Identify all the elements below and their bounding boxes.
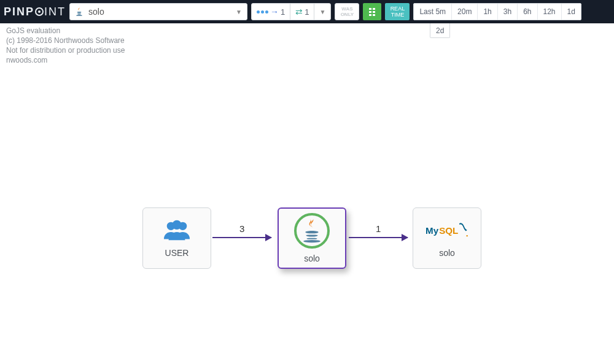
- realtime-line1: REAL: [391, 6, 405, 12]
- was-only-line1: WAS: [341, 6, 352, 12]
- time-range-20m[interactable]: 20m: [451, 4, 477, 20]
- svg-point-3: [172, 220, 181, 230]
- was-only-line2: ONLY: [341, 12, 354, 17]
- time-range-1h[interactable]: 1h: [477, 4, 497, 20]
- time-range-6h[interactable]: 6h: [517, 4, 537, 20]
- chevron-down-icon: ▼: [236, 9, 242, 15]
- logo-text-2: INT: [44, 6, 66, 18]
- grid-icon: [369, 8, 375, 16]
- edge-user-to-app-count: 3: [239, 223, 244, 234]
- application-selector-value: solo: [88, 7, 231, 17]
- svg-point-7: [467, 235, 468, 236]
- node-app-solo-label: solo: [304, 254, 320, 263]
- logo-o-icon: [35, 7, 44, 16]
- time-range-1d[interactable]: 1d: [561, 4, 581, 20]
- mysql-icon: My SQL: [426, 219, 468, 243]
- svg-point-4: [303, 240, 321, 242]
- time-range-3h[interactable]: 3h: [497, 4, 517, 20]
- edge-app-to-db[interactable]: 1: [349, 237, 408, 238]
- node-user[interactable]: USER: [142, 207, 211, 269]
- time-range-2d[interactable]: 2d: [430, 23, 449, 37]
- filter-dropdown[interactable]: ▼: [314, 4, 330, 20]
- edge-user-to-app[interactable]: 3: [212, 237, 271, 238]
- top-bar: PINPINT solo ▼ → 1 ⇄ 1 ▼ WAS ONLY REAL T…: [0, 0, 614, 23]
- arrow-right-icon: →: [270, 7, 279, 17]
- filter-group: → 1 ⇄ 1 ▼: [251, 3, 331, 20]
- java-icon: [75, 7, 84, 16]
- grid-view-button[interactable]: [363, 3, 381, 20]
- time-range-group: Last 5m 20m 1h 3h 6h 12h 1d: [413, 3, 581, 20]
- was-only-toggle[interactable]: WAS ONLY: [335, 3, 359, 20]
- inbound-count: 1: [281, 7, 285, 17]
- node-db-solo[interactable]: My SQL solo: [413, 207, 481, 269]
- node-db-solo-label: solo: [439, 248, 455, 258]
- realtime-button[interactable]: REAL TIME: [385, 3, 410, 20]
- application-selector[interactable]: solo ▼: [69, 3, 247, 20]
- time-range-last5m[interactable]: Last 5m: [414, 4, 451, 20]
- inbound-filter[interactable]: → 1: [252, 4, 290, 20]
- java-icon: [301, 219, 322, 243]
- server-map-canvas[interactable]: USER 3 solo 1 My SQL solo: [0, 43, 614, 364]
- outbound-count: 1: [305, 7, 309, 17]
- time-range-12h[interactable]: 12h: [537, 4, 561, 20]
- bidirectional-icon: ⇄: [295, 7, 303, 17]
- svg-text:My: My: [426, 225, 439, 236]
- outbound-filter[interactable]: ⇄ 1: [290, 4, 314, 20]
- time-range-overflow: 2d: [430, 23, 450, 38]
- logo: PINPINT: [4, 6, 66, 18]
- svg-text:SQL: SQL: [439, 225, 458, 236]
- svg-point-0: [76, 15, 82, 16]
- users-icon: [163, 219, 191, 243]
- node-user-label: USER: [165, 248, 189, 258]
- node-app-solo[interactable]: solo: [278, 207, 346, 269]
- health-ring-icon: [294, 213, 330, 249]
- edge-app-to-db-count: 1: [376, 223, 381, 234]
- realtime-line2: TIME: [391, 12, 405, 18]
- dots-icon: [257, 10, 268, 14]
- logo-text-1: PINP: [4, 6, 34, 18]
- watermark-line1: GoJS evaluation: [6, 26, 125, 36]
- chevron-down-icon: ▼: [319, 9, 325, 15]
